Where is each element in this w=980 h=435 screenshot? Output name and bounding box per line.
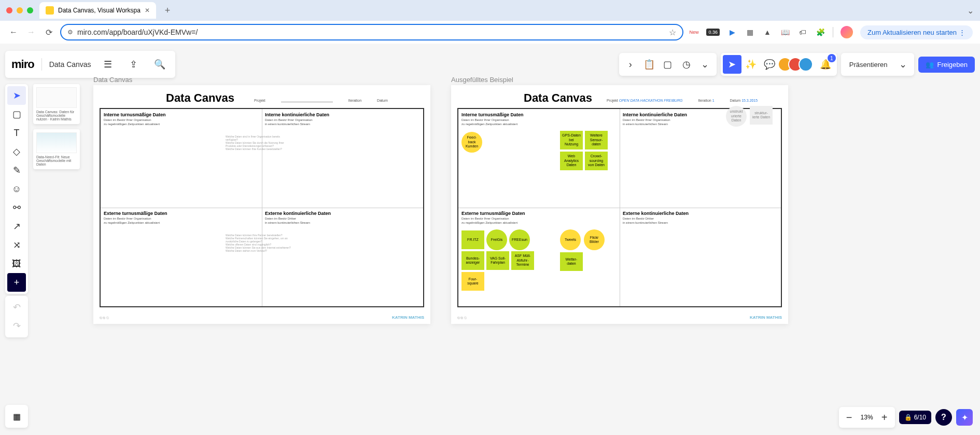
frame-thumbnail[interactable]: Data-Need-Fit: Neue Geschäftsmodelle mit… bbox=[33, 129, 80, 169]
select-tool[interactable]: ➤ bbox=[7, 86, 26, 105]
miro-canvas[interactable]: miro Data Canvas ☰ ⇪ 🔍 › 📋 ▢ ◷ ⌄ ➤ ✨ 💬 bbox=[0, 44, 980, 435]
emoji-tool[interactable]: ☺ bbox=[7, 180, 26, 198]
ext-score[interactable]: 0.36 bbox=[706, 29, 720, 36]
sticky-fritz[interactable]: FR.ITZ bbox=[461, 230, 484, 249]
tabs-dropdown-icon[interactable]: ⌄ bbox=[967, 6, 974, 16]
canvas-frame-template[interactable]: Data Canvas Projekt Iteration Datum Inte… bbox=[93, 85, 430, 324]
ext-grid-icon[interactable]: ▦ bbox=[745, 27, 755, 37]
history-icon[interactable]: 📋 bbox=[640, 55, 659, 74]
sticky-struct[interactable]: struktur-ierte Daten bbox=[750, 106, 773, 125]
ext-puzzle-icon[interactable]: 🧩 bbox=[815, 27, 825, 37]
present-button[interactable]: Präsentieren bbox=[843, 57, 894, 73]
random-tool[interactable]: ⤨ bbox=[7, 236, 26, 254]
redo-button[interactable]: ↷ bbox=[7, 317, 26, 335]
sticky-web[interactable]: Web Analytics Daten bbox=[560, 152, 583, 170]
share-button[interactable]: 👥Freigeben bbox=[918, 57, 975, 73]
user-avatar[interactable] bbox=[841, 26, 853, 38]
quad-sub: in einem kontinuierlichen Stream bbox=[265, 123, 420, 126]
help-button[interactable]: ? bbox=[935, 409, 952, 426]
quad-title: Interne kontinuierliche Daten bbox=[265, 112, 420, 117]
more-icon[interactable]: ⌄ bbox=[696, 55, 715, 74]
add-tool[interactable]: + bbox=[7, 273, 26, 292]
minimize-window[interactable] bbox=[17, 7, 23, 13]
search-icon[interactable]: 🔍 bbox=[150, 55, 169, 74]
board-content[interactable]: Data Canvas Data Canvas Projekt Iteratio… bbox=[88, 75, 980, 435]
objects-counter[interactable]: 🔒6/10 bbox=[899, 411, 931, 424]
reactions-icon[interactable]: ✨ bbox=[741, 55, 760, 74]
star-icon[interactable]: ☆ bbox=[669, 28, 676, 37]
sticky-bundes[interactable]: Bundes-anzeiger bbox=[461, 251, 484, 270]
board-title[interactable]: Data Canvas bbox=[49, 60, 91, 69]
quad-sub: Daten im Besitz Ihrer Organisation bbox=[461, 118, 617, 121]
update-button[interactable]: Zum Aktualisieren neu starten⋮ bbox=[860, 25, 973, 39]
quad-title: Externe kontinuierliche Daten bbox=[265, 211, 420, 216]
miro-logo[interactable]: miro bbox=[11, 58, 34, 71]
ext-book-icon[interactable]: 📖 bbox=[780, 27, 790, 37]
ext-video-icon[interactable]: ▶ bbox=[727, 27, 737, 37]
close-window[interactable] bbox=[6, 7, 12, 13]
sticky-crowd[interactable]: Crowd-sourcing von Daten bbox=[585, 152, 608, 170]
sticky-feedback[interactable]: Feed-back Kunden bbox=[461, 132, 482, 153]
sticky-freigis[interactable]: FreiGis bbox=[486, 229, 507, 250]
site-info-icon[interactable]: ⚙ bbox=[67, 29, 73, 36]
sticky-vag[interactable]: VAG Soll-Fahrplan bbox=[486, 251, 509, 270]
cursor-tool-icon[interactable]: ➤ bbox=[723, 55, 741, 74]
timer-icon[interactable]: ◷ bbox=[677, 55, 696, 74]
quad-title: Externe turnusmäßige Daten bbox=[104, 211, 259, 216]
footer-brand: KATRIN MATHIS bbox=[392, 315, 424, 320]
undo-redo-box: ↶ ↷ bbox=[5, 296, 28, 337]
zoom-in-button[interactable]: + bbox=[876, 409, 893, 426]
sticky-wetter[interactable]: Wetter-daten bbox=[560, 252, 583, 271]
sticky-tool[interactable]: ▢ bbox=[7, 105, 26, 124]
new-tab-button[interactable]: + bbox=[160, 3, 175, 18]
browser-tab[interactable]: Data Canvas, Visual Workspa ✕ bbox=[39, 2, 156, 19]
canvas-grid: Interne turnusmäßige Daten Daten im Besi… bbox=[100, 108, 424, 307]
line-tool[interactable]: ↗ bbox=[7, 217, 26, 236]
frame-thumb-title: Data Canvas: Daten für Geschäftsmodelle … bbox=[36, 110, 77, 121]
sticky-unstruct[interactable]: unstrukt urierte Daten bbox=[726, 106, 747, 127]
chevron-right-icon[interactable]: › bbox=[621, 55, 640, 74]
image-tool[interactable]: 🖼 bbox=[7, 254, 26, 273]
comments-icon[interactable]: 💬 bbox=[760, 55, 779, 74]
shape-tool[interactable]: ◇ bbox=[7, 142, 26, 161]
sticky-foursq[interactable]: Four-square bbox=[461, 272, 484, 291]
frame-label[interactable]: Data Canvas bbox=[93, 76, 132, 84]
zoom-out-button[interactable]: − bbox=[841, 409, 858, 426]
back-button[interactable]: ← bbox=[7, 26, 20, 38]
ext-tag-icon[interactable]: 🏷 bbox=[797, 27, 808, 37]
frame-icon[interactable]: ▢ bbox=[659, 55, 677, 74]
zoom-value[interactable]: 13% bbox=[858, 414, 876, 421]
ext-new[interactable]: New bbox=[689, 27, 699, 37]
ext-triangle-icon[interactable]: ▲ bbox=[762, 27, 773, 37]
present-dropdown-icon[interactable]: ⌄ bbox=[893, 55, 912, 74]
sticky-freesun[interactable]: FREEsun bbox=[509, 229, 530, 250]
quad-sub: zu regelmäßigen Zeitpunkten aktualisiert bbox=[104, 221, 259, 224]
forward-button[interactable]: → bbox=[25, 26, 37, 38]
export-icon[interactable]: ⇪ bbox=[124, 55, 143, 74]
sticky-flickr[interactable]: Flickr Bilder bbox=[584, 229, 605, 250]
frame-label[interactable]: Ausgefülltes Beispiel bbox=[451, 76, 513, 84]
sticky-sensor[interactable]: Weitere Sensor-daten bbox=[585, 131, 608, 149]
maximize-window[interactable] bbox=[27, 7, 33, 13]
quad-sub: in einem kontinuierlichen Stream bbox=[265, 221, 420, 224]
sticky-asf[interactable]: ASF Müll-Abfuhr-Termine bbox=[511, 251, 534, 270]
ai-button[interactable]: ✦ bbox=[956, 409, 973, 426]
reload-button[interactable]: ⟳ bbox=[43, 26, 55, 38]
undo-button[interactable]: ↶ bbox=[7, 298, 26, 317]
meta-value: OPEN DATA HACKATHON FREIBURG bbox=[619, 99, 683, 102]
close-tab-icon[interactable]: ✕ bbox=[145, 7, 150, 14]
collaborator-avatars[interactable] bbox=[782, 57, 813, 72]
pen-tool[interactable]: ✎ bbox=[7, 161, 26, 180]
sticky-gps[interactable]: GPS-Daten bei Nutzung bbox=[560, 131, 583, 149]
menu-icon[interactable]: ☰ bbox=[99, 55, 117, 74]
text-tool[interactable]: T bbox=[7, 124, 26, 142]
url-input[interactable]: ⚙ miro.com/app/board/uXjVKd-EMVw=/ ☆ bbox=[60, 24, 683, 40]
quad-br: Externe kontinuierliche Daten Daten im B… bbox=[262, 208, 423, 306]
frames-toggle[interactable]: ▦ bbox=[5, 405, 28, 428]
notifications-icon[interactable]: 🔔1 bbox=[816, 55, 835, 74]
connector-tool[interactable]: ⚯ bbox=[7, 198, 26, 217]
quad-bl: Externe turnusmäßige Daten Daten im Besi… bbox=[101, 208, 262, 306]
share-icon: 👥 bbox=[926, 61, 934, 69]
sticky-tweets[interactable]: Tweets bbox=[560, 229, 581, 250]
frame-thumbnail[interactable]: Data Canvas: Daten für Geschäftsmodelle … bbox=[33, 84, 80, 124]
